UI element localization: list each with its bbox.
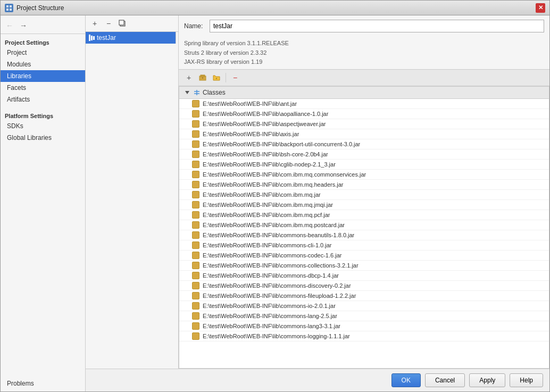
project-structure-window: Project Structure ✕ ← → Project Settings…	[0, 0, 550, 392]
class-item-label: E:\test\WebRoot\WEB-INF\lib\commons-lang…	[203, 323, 340, 329]
list-item[interactable]: E:\test\WebRoot\WEB-INF\lib\commons-code…	[179, 251, 549, 261]
back-button[interactable]: ←	[4, 20, 15, 31]
list-item[interactable]: E:\test\WebRoot\WEB-INF\lib\axis.jar	[179, 129, 549, 139]
class-item-label: E:\test\WebRoot\WEB-INF\lib\com.ibm.mq.h…	[203, 181, 344, 188]
toolbar-separator	[226, 73, 226, 82]
library-item-label: testJar	[97, 34, 116, 41]
sidebar-item-problems[interactable]: Problems	[1, 378, 85, 389]
sidebar-item-project[interactable]: Project	[1, 47, 85, 59]
bottom-bar: OK Cancel Apply Help	[86, 369, 549, 391]
list-item[interactable]: E:\test\WebRoot\WEB-INF\lib\commons-dbcp…	[179, 271, 549, 281]
nav-toolbar: ← →	[1, 18, 85, 34]
jar-icon	[192, 191, 199, 198]
list-item[interactable]: E:\test\WebRoot\WEB-INF\lib\cglib-nodep-…	[179, 160, 549, 170]
sidebar-item-global-libraries[interactable]: Global Libraries	[1, 132, 85, 144]
class-item-label: E:\test\WebRoot\WEB-INF\lib\commons-bean…	[203, 232, 354, 238]
list-item[interactable]: E:\test\WebRoot\WEB-INF\lib\backport-uti…	[179, 139, 549, 149]
jar-icon	[192, 211, 199, 219]
jar-icon	[192, 231, 199, 239]
list-item[interactable]: E:\test\WebRoot\WEB-INF\lib\commons-logg…	[179, 331, 549, 341]
jar-icon	[192, 110, 199, 118]
list-item[interactable]: E:\test\WebRoot\WEB-INF\lib\ant.jar	[179, 99, 549, 109]
jar-icon	[192, 151, 199, 158]
classes-list: Classes E:\test\WebRoot\WEB-INF\lib\ant.…	[179, 86, 549, 369]
class-item-label: E:\test\WebRoot\WEB-INF\lib\commons-disc…	[203, 282, 351, 289]
class-item-label: E:\test\WebRoot\WEB-INF\lib\commons-dbcp…	[203, 272, 339, 279]
list-item[interactable]: E:\test\WebRoot\WEB-INF\lib\com.ibm.mq.p…	[179, 210, 549, 220]
jar-icon	[192, 292, 199, 299]
add-dir-button[interactable]: +	[211, 72, 222, 84]
list-item[interactable]: E:\test\WebRoot\WEB-INF\lib\bsh-core-2.0…	[179, 149, 549, 160]
class-items-container: E:\test\WebRoot\WEB-INF\lib\ant.jarE:\te…	[179, 99, 549, 341]
list-item[interactable]: E:\test\WebRoot\WEB-INF\lib\commons-file…	[179, 291, 549, 301]
class-item-label: E:\test\WebRoot\WEB-INF\lib\com.ibm.mq.j…	[203, 191, 321, 198]
sidebar-item-libraries[interactable]: Libraries	[1, 70, 85, 82]
remove-class-button[interactable]: −	[229, 72, 241, 84]
list-item[interactable]: E:\test\WebRoot\WEB-INF\lib\commons-coll…	[179, 261, 549, 271]
info-text: Spring library of version 3.1.1.RELEASE …	[179, 37, 549, 69]
jar-icon	[192, 302, 199, 310]
info-line-1: Spring library of version 3.1.1.RELEASE	[184, 39, 544, 48]
sidebar-item-facets[interactable]: Facets	[1, 82, 85, 94]
title-bar: Project Structure ✕	[1, 1, 549, 15]
list-item[interactable]: E:\test\WebRoot\WEB-INF\lib\commons-disc…	[179, 281, 549, 291]
class-item-label: E:\test\WebRoot\WEB-INF\lib\commons-io-2…	[203, 303, 336, 309]
class-item-label: E:\test\WebRoot\WEB-INF\lib\com.ibm.mq.p…	[203, 212, 330, 218]
jar-icon	[192, 322, 199, 330]
add-jar-button[interactable]: +	[197, 72, 209, 84]
main-content: ← → Project Settings Project Modules Lib…	[1, 15, 549, 391]
jar-icon	[192, 161, 199, 168]
sidebar-item-modules[interactable]: Modules	[1, 59, 85, 70]
class-item-label: E:\test\WebRoot\WEB-INF\lib\backport-uti…	[203, 141, 360, 147]
library-item-testjar[interactable]: testJar	[86, 32, 176, 44]
svg-rect-3	[10, 9, 12, 11]
info-line-3: JAX-RS library of version 1.19	[184, 57, 544, 67]
svg-rect-5	[119, 20, 124, 25]
library-icon	[89, 35, 95, 41]
jar-icon	[192, 241, 199, 249]
jar-icon	[192, 120, 199, 128]
list-item[interactable]: E:\test\WebRoot\WEB-INF\lib\com.ibm.mq.p…	[179, 220, 549, 230]
close-button[interactable]: ✕	[536, 3, 545, 13]
list-item[interactable]: E:\test\WebRoot\WEB-INF\lib\commons-bean…	[179, 230, 549, 240]
list-item[interactable]: E:\test\WebRoot\WEB-INF\lib\com.ibm.mq.j…	[179, 200, 549, 210]
forward-button[interactable]: →	[18, 20, 29, 31]
add-library-button[interactable]: +	[89, 18, 101, 29]
project-settings-header: Project Settings	[1, 36, 85, 47]
jar-icon	[192, 282, 199, 289]
library-toolbar: + −	[86, 15, 178, 32]
remove-library-button[interactable]: −	[103, 18, 114, 29]
right-panel: + −	[86, 15, 549, 391]
name-input[interactable]	[210, 20, 544, 32]
classes-toolbar: + + +	[179, 69, 549, 86]
list-item[interactable]: E:\test\WebRoot\WEB-INF\lib\aspectjweave…	[179, 119, 549, 129]
help-button[interactable]: Help	[510, 373, 543, 387]
cancel-button[interactable]: Cancel	[425, 373, 465, 387]
detail-panel: Name: Spring library of version 3.1.1.RE…	[179, 15, 549, 369]
apply-button[interactable]: Apply	[469, 373, 505, 387]
list-item[interactable]: E:\test\WebRoot\WEB-INF\lib\com.ibm.mq.h…	[179, 180, 549, 190]
name-row: Name:	[179, 15, 549, 37]
list-item[interactable]: E:\test\WebRoot\WEB-INF\lib\aopalliance-…	[179, 109, 549, 119]
collapse-icon[interactable]	[184, 89, 191, 96]
class-item-label: E:\test\WebRoot\WEB-INF\lib\com.ibm.mq.p…	[203, 222, 345, 228]
list-item[interactable]: E:\test\WebRoot\WEB-INF\lib\commons-cli-…	[179, 240, 549, 251]
list-item[interactable]: E:\test\WebRoot\WEB-INF\lib\commons-lang…	[179, 311, 549, 321]
list-item[interactable]: E:\test\WebRoot\WEB-INF\lib\com.ibm.mq.j…	[179, 190, 549, 200]
sidebar-item-artifacts[interactable]: Artifacts	[1, 94, 85, 105]
jar-icon	[192, 252, 199, 259]
sidebar-item-sdks[interactable]: SDKs	[1, 120, 85, 132]
jar-icon	[192, 221, 199, 229]
ok-button[interactable]: OK	[391, 373, 421, 387]
add-class-button[interactable]: +	[183, 72, 195, 84]
class-item-label: E:\test\WebRoot\WEB-INF\lib\axis.jar	[203, 131, 299, 137]
class-item-label: E:\test\WebRoot\WEB-INF\lib\commons-logg…	[203, 333, 350, 339]
list-item[interactable]: E:\test\WebRoot\WEB-INF\lib\com.ibm.mq.c…	[179, 170, 549, 180]
jar-icon	[192, 140, 199, 148]
content-area: + −	[86, 15, 549, 369]
svg-text:+: +	[216, 77, 218, 80]
copy-library-button[interactable]	[116, 18, 128, 29]
list-item[interactable]: E:\test\WebRoot\WEB-INF\lib\commons-io-2…	[179, 301, 549, 311]
list-item[interactable]: E:\test\WebRoot\WEB-INF\lib\commons-lang…	[179, 321, 549, 331]
svg-marker-10	[185, 91, 189, 94]
